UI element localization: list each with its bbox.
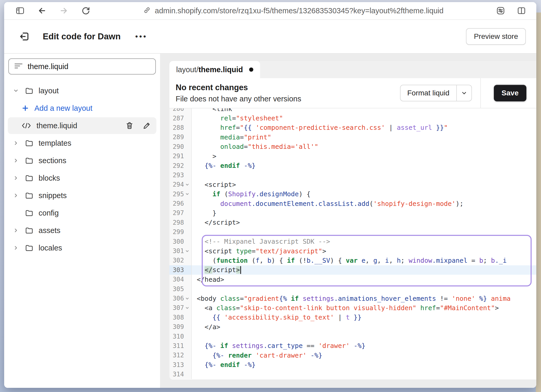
code-line-295[interactable]: if (Shopify.designMode) { [192, 189, 536, 199]
status-subtitle: File does not have any other versions [176, 95, 301, 103]
code-line-289[interactable]: media="print" [192, 132, 536, 142]
split-view-icon[interactable] [517, 6, 526, 16]
line-number: 296 [169, 199, 191, 208]
code-line-296[interactable]: document.documentElement.classList.add('… [192, 199, 536, 208]
sidebar-folder-templates[interactable]: templates [8, 135, 156, 151]
folder-label: config [39, 209, 59, 217]
page-settings-icon[interactable] [496, 6, 506, 16]
folder-icon [25, 139, 33, 147]
file-search-box[interactable] [8, 58, 156, 75]
sidebar-folder-blocks[interactable]: blocks [8, 170, 156, 186]
fold-toggle-icon[interactable] [184, 296, 190, 301]
code-line-299[interactable] [192, 227, 536, 237]
line-number: 299 [169, 227, 191, 237]
line-number: 305 [169, 284, 191, 293]
code-line-311[interactable]: {%- if settings.cart_type == 'drawer' -%… [192, 341, 536, 351]
line-number: 308 [169, 313, 191, 322]
chevron-right-icon[interactable] [13, 175, 25, 181]
code-line-302[interactable]: (function (f, b) { if (!b.__SV) { var e,… [192, 256, 536, 265]
code-line-298[interactable]: </script> [192, 218, 536, 227]
unsaved-indicator-dot [249, 68, 253, 72]
folder-icon [25, 192, 33, 199]
sidebar-folder-sections[interactable]: sections [8, 152, 156, 169]
more-options-button[interactable]: ••• [135, 32, 147, 41]
pencil-icon[interactable] [143, 121, 151, 130]
folder-icon [25, 226, 33, 234]
code-line-312[interactable]: {%- render 'cart-drawer' -%} [192, 351, 536, 360]
code-line-305[interactable] [192, 284, 536, 293]
fold-toggle-icon[interactable] [184, 192, 190, 196]
url-text: admin.shopify.com/store/rzq1xu-f5/themes… [155, 7, 444, 15]
code-line-286[interactable]: <link [192, 108, 536, 113]
sidebar-toggle-icon[interactable] [15, 6, 25, 16]
folder-label: sections [39, 156, 66, 165]
tab-theme-liquid[interactable]: layout/theme.liquid [169, 61, 260, 78]
line-number: 287 [169, 113, 191, 123]
chevron-down-icon[interactable] [457, 85, 471, 101]
code-line-287[interactable]: rel="stylesheet" [192, 113, 536, 123]
line-number: 310 [169, 332, 191, 341]
code-line-307[interactable]: <a class="skip-to-content-link button vi… [192, 303, 536, 313]
code-line-288[interactable]: href="{{ 'component-predictive-search.cs… [192, 123, 536, 132]
code-line-301[interactable]: <script type="text/javascript"> [192, 246, 536, 256]
fold-toggle-icon[interactable] [184, 306, 190, 310]
chevron-right-icon[interactable] [13, 245, 25, 251]
forward-button-icon[interactable] [59, 6, 69, 16]
chevron-right-icon[interactable] [13, 193, 25, 198]
code-line-297[interactable]: } [192, 208, 536, 218]
code-line-309[interactable]: </a> [192, 322, 536, 332]
folder-label: templates [39, 139, 71, 148]
code-line-308[interactable]: {{ 'accessibility.skip_to_text' | t }} [192, 313, 536, 322]
code-line-294[interactable]: <script> [192, 180, 536, 189]
code-line-291[interactable]: > [192, 151, 536, 161]
code-line-313[interactable]: {%- endif -%} [192, 360, 536, 370]
code-line-292[interactable]: {%- endif -%} [192, 161, 536, 170]
code-line-290[interactable]: onload="this.media='all'" [192, 142, 536, 151]
chevron-right-icon[interactable] [13, 140, 25, 146]
line-number: 304 [169, 275, 191, 284]
address-bar[interactable]: admin.shopify.com/store/rzq1xu-f5/themes… [91, 6, 496, 15]
code-line-303[interactable]: </script> [192, 265, 536, 275]
format-liquid-button[interactable]: Format liquid [400, 85, 472, 101]
code-line-293[interactable] [192, 170, 536, 180]
code-editor[interactable]: 2862872882892902912922932942952962972982… [169, 108, 536, 379]
code-line-300[interactable]: <!-- Mixpanel Javascript SDK --> [192, 237, 536, 246]
exit-editor-icon[interactable] [19, 31, 30, 42]
code-lines[interactable]: <link rel="stylesheet" href="{{ 'compone… [192, 108, 536, 379]
folder-icon [25, 157, 33, 164]
sidebar-folder-config[interactable]: config [8, 205, 156, 221]
line-number-gutter: 2862872882892902912922932942952962972982… [169, 108, 192, 379]
back-button-icon[interactable] [37, 6, 47, 16]
folder-icon [25, 244, 33, 252]
chevron-right-icon[interactable] [13, 228, 25, 233]
code-line-310[interactable] [192, 332, 536, 341]
line-number: 303 [169, 265, 191, 275]
chevron-down-icon[interactable] [13, 88, 25, 94]
line-number: 309 [169, 322, 191, 332]
code-line-314[interactable] [192, 370, 536, 379]
sidebar-folder-assets[interactable]: assets [8, 222, 156, 239]
search-input[interactable] [28, 62, 150, 71]
fold-toggle-icon[interactable] [184, 249, 190, 253]
tab-path-prefix: layout/ [176, 65, 198, 74]
save-button[interactable]: Save [494, 85, 526, 101]
format-liquid-label: Format liquid [401, 85, 456, 101]
page-title: Edit code for Dawn [43, 32, 121, 41]
folder-label: snippets [39, 191, 67, 200]
sidebar-file-theme-liquid[interactable]: theme.liquid [8, 117, 156, 134]
line-number: 294 [169, 180, 191, 189]
sidebar-folder-layout[interactable]: layout [8, 82, 156, 99]
fold-toggle-icon[interactable] [184, 182, 190, 187]
folder-icon [25, 209, 33, 217]
code-line-306[interactable]: <body class="gradient{% if settings.anim… [192, 294, 536, 303]
sidebar-folder-snippets[interactable]: snippets [8, 187, 156, 204]
code-line-304[interactable]: </head> [192, 275, 536, 284]
trash-icon[interactable] [126, 121, 133, 130]
add-layout-label: Add a new layout [34, 104, 92, 113]
reload-icon[interactable] [81, 6, 91, 16]
chevron-right-icon[interactable] [13, 158, 25, 163]
add-new-layout-link[interactable]: Add a new layout [8, 100, 156, 117]
sidebar-folder-locales[interactable]: locales [8, 240, 156, 256]
preview-store-button[interactable]: Preview store [466, 28, 526, 45]
browser-toolbar: admin.shopify.com/store/rzq1xu-f5/themes… [4, 2, 536, 20]
